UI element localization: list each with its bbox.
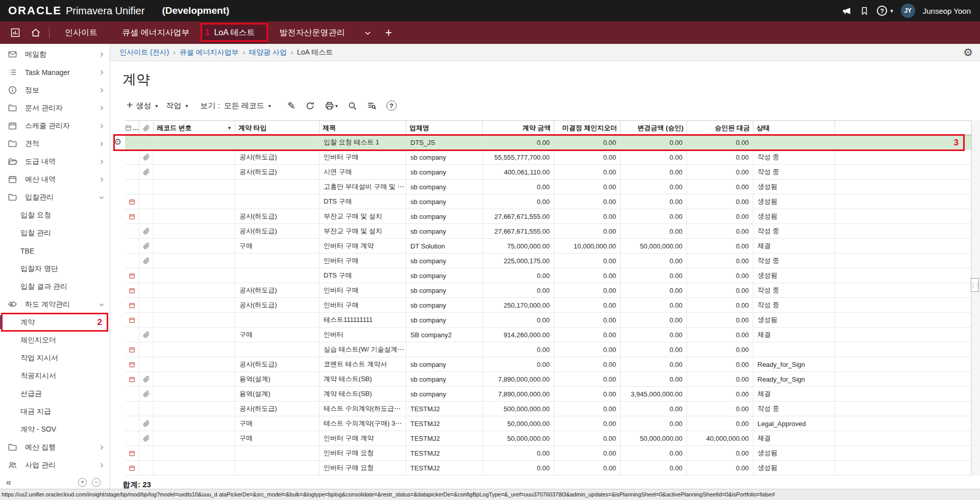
chevron-right-icon[interactable]: [99, 159, 105, 165]
sidebar-item-estimate[interactable]: 견적: [0, 135, 110, 153]
right-panel-handle[interactable]: ⋮⋮: [971, 278, 979, 292]
table-row-CON-000019[interactable]: DTS 구매sb company0.000.000.000.00생성됨: [125, 194, 971, 209]
actions-button[interactable]: 작업 ▾: [162, 99, 192, 113]
sidebar-item-information[interactable]: 정보: [0, 81, 110, 99]
refresh-icon[interactable]: [305, 101, 315, 111]
sidebar-item-task-manager[interactable]: Task Manager: [0, 63, 110, 81]
sidebar-item-subcontract-management[interactable]: 하도 계약관리: [0, 295, 110, 313]
sidebar-item-bid-request[interactable]: 입찰 요청: [0, 206, 110, 224]
table-row-CON-000011[interactable]: 테스트111111111sb company0.000.000.000.00생성…: [125, 313, 971, 328]
sidebar-item-contract-details[interactable]: 도급 내역: [0, 153, 110, 170]
table-row-CON-000012[interactable]: 공사(하도급)인버터 구매sb company250,170,000.000.0…: [125, 298, 971, 313]
col-header-contract-type[interactable]: 계약 타입: [235, 121, 320, 135]
sidebar-item-bid-admin[interactable]: 입찰 관리: [0, 224, 110, 242]
print-icon[interactable]: ▾: [325, 101, 338, 111]
table-row-CON-000002[interactable]: 인버터 구매 요청TESTMJ20.000.000.000.00생성됨: [125, 446, 971, 461]
search-icon[interactable]: [348, 101, 357, 111]
plus-circle-icon[interactable]: +: [78, 478, 87, 487]
table-row-CON-000018[interactable]: 공사(하도급)부잔교 구매 및 설치sb company27,667,671,5…: [125, 209, 971, 224]
table-row-CON-000003[interactable]: 구매인버터 구매 계약TESTMJ250,000,000.000.0050,00…: [125, 431, 971, 446]
chevron-right-icon[interactable]: [99, 105, 105, 111]
sidebar-item-bidders-list[interactable]: 입찰자 명단: [0, 260, 110, 278]
table-row-CON-000005[interactable]: 공사(하도급)테스트 수의계약(하도급⋯TESTMJ2500,000,000.0…: [125, 402, 971, 416]
chevron-right-icon[interactable]: [99, 141, 105, 147]
table-row-CON-000009[interactable]: 실습 테스트(W/ 기술설계⋯0.000.000.000.00: [125, 342, 971, 357]
breadcrumb-item[interactable]: 태양광 사업: [249, 48, 287, 56]
col-header-title[interactable]: 제목: [320, 121, 406, 135]
table-row-CON-000020[interactable]: 고흥만 부대설비 구매 및 ⋯sb company0.000.000.000.0…: [125, 180, 971, 194]
view-selector[interactable]: 모든 레코드 ▾: [220, 99, 275, 113]
sidebar-item-budget-execution[interactable]: 예산 집행: [0, 438, 110, 456]
table-row-CON-000010[interactable]: 구매인버터SB company2914,260,000.000.000.000.…: [125, 328, 971, 342]
table-row-CON-000001[interactable]: 인버터 구매 요청TESTMJ20.000.000.000.00생성됨: [125, 461, 971, 476]
sidebar-item-tbe[interactable]: TBE: [0, 242, 110, 260]
table-row-CON-000017[interactable]: 공사(하도급)부잔교 구매 및 설치sb company27,667,671,5…: [125, 224, 971, 239]
table-row-CON-000007[interactable]: 용역(설계)계약 테스트(SB)sb company7,890,000,000.…: [125, 372, 971, 387]
chevron-right-icon[interactable]: [99, 69, 105, 76]
settings-gear-icon[interactable]: ⚙: [963, 46, 973, 59]
table-row-CON-000013[interactable]: 공사(하도급)인버터 구매sb company0.000.000.000.00작…: [125, 283, 971, 298]
col-header-record-number[interactable]: 레코드 번호▼: [154, 121, 235, 135]
minus-circle-icon[interactable]: −: [92, 478, 101, 487]
add-tab-button[interactable]: +: [379, 21, 398, 44]
sidebar-item-work-order[interactable]: 작업 지시서: [0, 349, 110, 367]
col-header-status[interactable]: 상태: [753, 121, 835, 135]
table-row-CON-000006[interactable]: 용역(설계)계약 테스트(SB)sb company7,890,000,000.…: [125, 387, 971, 402]
tab-insight[interactable]: 인사이트: [53, 21, 110, 44]
sidebar-item-mailbox[interactable]: 메일함: [0, 45, 110, 63]
sidebar-item-business-management[interactable]: 사업 관리: [0, 456, 110, 474]
table-row-CON-000022[interactable]: 공사(하도급)인버터 구매sb company55,555,777,700.00…: [125, 150, 971, 165]
edit-pencil-icon[interactable]: ✎: [287, 100, 296, 111]
sidebar-item-bid-results[interactable]: 입찰 결과 관리: [0, 278, 110, 295]
col-header-contract-amount[interactable]: 계약 금액: [483, 121, 554, 135]
chevron-right-icon[interactable]: [99, 87, 105, 93]
col-header-pending-change-orders[interactable]: 미결정 체인지오더: [554, 121, 621, 135]
toolbar-help-icon[interactable]: ?: [386, 101, 397, 111]
breadcrumb-item[interactable]: 큐셀 에너지사업부: [180, 48, 239, 56]
user-avatar[interactable]: JY: [901, 4, 915, 18]
sidebar-item-payment[interactable]: 대금 지급: [0, 403, 110, 420]
chevron-right-icon[interactable]: [99, 462, 105, 468]
chevron-down-icon[interactable]: [99, 194, 105, 201]
table-row-CON-000004[interactable]: 구매테스트 수의계약(구매) 3⋯TESTMJ250,000,000.000.0…: [125, 416, 971, 431]
sidebar-item-budget-details[interactable]: 예산 내역: [0, 170, 110, 188]
attachment-column-header[interactable]: [139, 121, 154, 135]
sidebar-collapse-button[interactable]: «: [6, 478, 11, 487]
table-row-CON-000015[interactable]: 인버터 구매sb company225,000,175.000.000.000.…: [125, 254, 971, 268]
chevron-right-icon[interactable]: [99, 444, 105, 451]
table-row-CON-000021[interactable]: 공사(하도급)시연 구매sb company400,061,110.000.00…: [125, 165, 971, 180]
create-button[interactable]: + 생성 ▾: [122, 98, 162, 113]
sidebar-item-contract[interactable]: 계약: [0, 313, 110, 331]
col-header-vendor[interactable]: 업체명: [406, 121, 483, 135]
table-row-CON-000016[interactable]: 구매인버터 구매 계약DT Solution75,000,000.0010,00…: [125, 239, 971, 254]
announcements-megaphone-icon[interactable]: [842, 6, 852, 16]
sidebar-item-contract-sov[interactable]: 계약 - SOV: [0, 420, 110, 438]
chevron-down-icon[interactable]: [99, 302, 105, 308]
vertical-scrollbar[interactable]: [971, 120, 980, 476]
table-row-CON-000014[interactable]: DTS 구매sb company0.000.000.000.00생성됨: [125, 268, 971, 283]
chevron-right-icon[interactable]: [99, 177, 105, 183]
bookmark-icon[interactable]: [860, 6, 869, 16]
row-settings-gear-icon[interactable]: ⚙: [114, 138, 121, 146]
help-icon[interactable]: ?: [877, 6, 887, 16]
sidebar-item-document-manager[interactable]: 문서 관리자: [0, 99, 110, 117]
tabs-chevron-down-icon[interactable]: [357, 21, 379, 44]
sidebar-item-change-order[interactable]: 체인지오더: [0, 331, 110, 349]
table-row-CON-000008[interactable]: 공사(하도급)코멘트 테스트 계약서sb company0.000.000.00…: [125, 357, 971, 372]
sidebar-item-advance-payment[interactable]: 선급금: [0, 385, 110, 403]
sidebar-item-construction-start-order[interactable]: 착공지시서: [0, 367, 110, 385]
col-header-approved-payment[interactable]: 승인된 대금: [687, 121, 753, 135]
tab-power-asset-operation[interactable]: 발전자산운영관리: [267, 21, 357, 44]
calendar-column-header[interactable]: …: [125, 121, 139, 135]
tab-loa-test[interactable]: LoA 테스트: [202, 21, 267, 44]
chevron-right-icon[interactable]: [99, 52, 105, 58]
col-header-approved-change-amount[interactable]: 변경금액 (승인): [621, 121, 687, 135]
chevron-right-icon[interactable]: [99, 123, 105, 129]
find-in-list-icon[interactable]: [367, 101, 377, 111]
home-icon[interactable]: [26, 21, 46, 44]
tab-qcell-energy[interactable]: 큐셀 에너지사업부: [110, 21, 202, 44]
breadcrumb-item[interactable]: 인사이트 (전사): [119, 48, 169, 56]
help-chevron-down-icon[interactable]: ▾: [890, 8, 893, 14]
dashboards-icon[interactable]: [5, 21, 26, 44]
sidebar-item-bid-management[interactable]: 입찰관리: [0, 188, 110, 206]
